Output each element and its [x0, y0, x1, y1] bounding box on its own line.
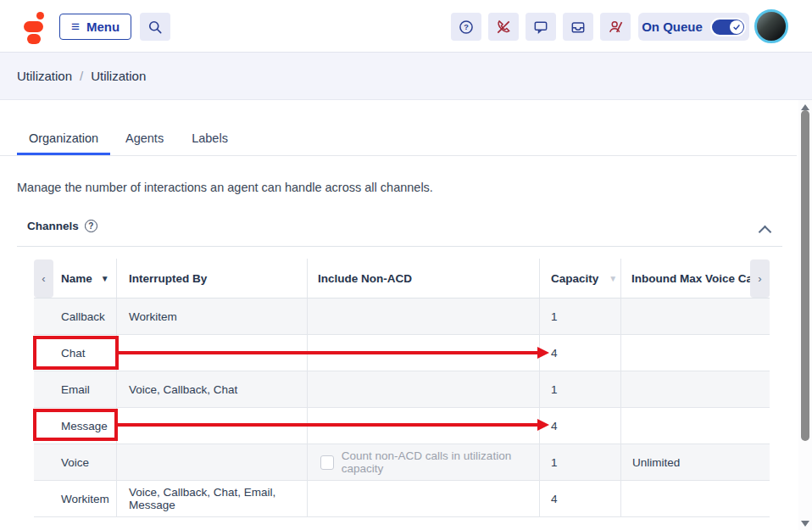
cell-interrupted-by[interactable]: Workitem	[117, 298, 308, 334]
help-button[interactable]: ?	[451, 13, 481, 41]
collapse-section-icon[interactable]	[759, 226, 772, 239]
cell-inbound-max	[621, 481, 770, 516]
cell-include-non-acd	[308, 371, 540, 407]
chevron-left-icon: ‹	[42, 272, 45, 285]
cell-interrupted-by[interactable]	[117, 408, 308, 444]
channels-table: ‹ Name ▼ Interrupted By Include Non-ACD …	[34, 259, 770, 517]
cell-name: Voice	[34, 444, 117, 480]
cell-include-non-acd	[308, 481, 540, 516]
table-row-callback: Callback Workitem 1	[34, 298, 770, 335]
column-header-inbound-max-voice-calls: Inbound Max Voice Calls	[621, 259, 770, 298]
svg-text:?: ?	[464, 23, 469, 31]
cell-name: Chat	[34, 335, 117, 371]
menu-button-label: Menu	[86, 20, 120, 34]
cell-include-non-acd	[308, 335, 540, 371]
vertical-scrollbar[interactable]	[798, 100, 812, 530]
table-row-chat: Chat 4	[34, 335, 770, 371]
menu-button[interactable]: ≡ Menu	[59, 14, 131, 40]
scroll-down-arrow-icon[interactable]	[801, 521, 809, 527]
user-avatar[interactable]	[754, 9, 788, 43]
breadcrumb-separator: /	[80, 69, 83, 83]
cell-capacity[interactable]: 4	[540, 481, 621, 516]
breadcrumb-item-utilization[interactable]: Utilization	[17, 69, 72, 83]
chevron-right-icon: ›	[758, 272, 761, 285]
person-disabled-button[interactable]	[600, 13, 631, 41]
cell-inbound-max	[621, 408, 770, 444]
cell-include-non-acd	[308, 298, 540, 334]
cell-interrupted-by[interactable]: Voice, Callback, Chat	[117, 371, 308, 407]
count-non-acd-checkbox[interactable]	[320, 455, 334, 470]
chat-button[interactable]	[526, 13, 556, 41]
cell-capacity[interactable]: 1	[540, 298, 621, 334]
section-divider	[17, 246, 782, 247]
cell-interrupted-by[interactable]	[117, 335, 308, 371]
breadcrumb: Utilization / Utilization	[0, 53, 812, 100]
column-header-interrupted-by: Interrupted By	[117, 259, 308, 298]
breadcrumb-item-current: Utilization	[91, 69, 146, 83]
cell-inbound-max	[621, 371, 770, 407]
count-non-acd-label: Count non-ACD calls in utilization capac…	[342, 449, 539, 475]
tab-agents[interactable]: Agents	[125, 124, 164, 155]
phone-disabled-button[interactable]	[488, 13, 519, 41]
search-button[interactable]	[140, 13, 170, 41]
column-header-capacity[interactable]: Capacity ▼	[540, 259, 621, 298]
on-queue-label: On Queue	[642, 20, 703, 34]
cell-capacity[interactable]: 4	[540, 408, 621, 444]
cell-capacity[interactable]: 1	[540, 444, 621, 480]
main-content: Organization Agents Labels Manage the nu…	[0, 100, 812, 530]
page-description: Manage the number of interactions an age…	[17, 181, 433, 194]
cell-interrupted-by[interactable]: Voice, Callback, Chat, Email, Message	[117, 481, 308, 516]
cell-capacity[interactable]: 1	[540, 371, 621, 407]
cell-include-non-acd	[308, 408, 540, 444]
cell-capacity[interactable]: 4	[540, 335, 621, 371]
phone-disabled-icon	[495, 19, 512, 36]
inbox-icon	[570, 19, 587, 36]
sort-descending-icon[interactable]: ▼	[101, 274, 109, 283]
column-header-include-non-acd: Include Non-ACD	[308, 259, 540, 298]
channels-help-icon[interactable]: ?	[85, 220, 97, 232]
tab-bar: Organization Agents Labels	[0, 124, 797, 156]
top-bar: ≡ Menu ? On Queue	[0, 0, 812, 53]
table-row-email: Email Voice, Callback, Chat 1	[34, 371, 770, 408]
table-row-workitem: Workitem Voice, Callback, Chat, Email, M…	[34, 481, 770, 517]
hamburger-icon: ≡	[71, 20, 80, 34]
scroll-columns-right-button[interactable]: ›	[750, 259, 770, 298]
cell-name: Message	[34, 408, 117, 444]
cell-inbound-max	[621, 298, 770, 334]
on-queue-switch[interactable]	[710, 18, 746, 36]
scroll-columns-left-button[interactable]: ‹	[34, 259, 53, 298]
cell-interrupted-by[interactable]	[117, 444, 308, 480]
cell-inbound-max[interactable]: Unlimited	[621, 444, 770, 480]
search-icon	[147, 19, 164, 36]
cell-inbound-max	[621, 335, 770, 371]
toggle-check-icon	[730, 20, 743, 34]
on-queue-toggle[interactable]: On Queue	[638, 13, 749, 41]
inbox-button[interactable]	[563, 13, 593, 41]
table-header-row: ‹ Name ▼ Interrupted By Include Non-ACD …	[34, 259, 770, 298]
chat-icon	[532, 19, 549, 36]
cell-name: Workitem	[34, 481, 117, 516]
cell-name: Email	[34, 371, 117, 407]
table-row-message: Message 4	[34, 408, 770, 444]
genesys-logo-icon[interactable]	[24, 11, 46, 45]
tab-organization[interactable]: Organization	[17, 124, 110, 155]
sort-inactive-icon[interactable]: ▼	[609, 274, 617, 283]
table-row-voice: Voice Count non-ACD calls in utilization…	[34, 444, 770, 481]
tab-labels[interactable]: Labels	[192, 124, 228, 155]
person-disabled-icon	[607, 19, 624, 36]
channels-section-header: Channels ?	[27, 220, 97, 232]
cell-include-non-acd: Count non-ACD calls in utilization capac…	[308, 444, 540, 480]
channels-title: Channels	[27, 220, 79, 232]
scrollbar-thumb[interactable]	[801, 110, 809, 441]
scroll-up-arrow-icon[interactable]	[801, 104, 809, 110]
cell-name: Callback	[34, 298, 117, 334]
help-icon: ?	[458, 19, 475, 36]
